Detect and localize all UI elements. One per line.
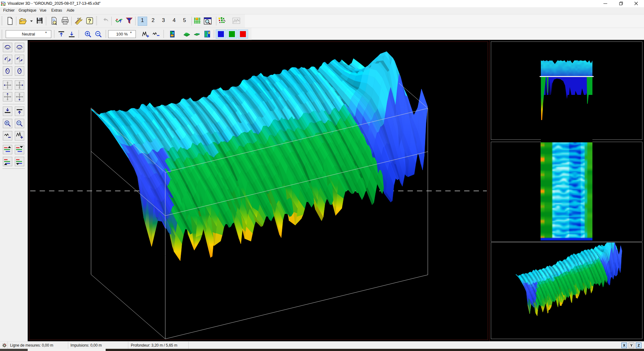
svg-text:?: ?	[88, 18, 91, 24]
